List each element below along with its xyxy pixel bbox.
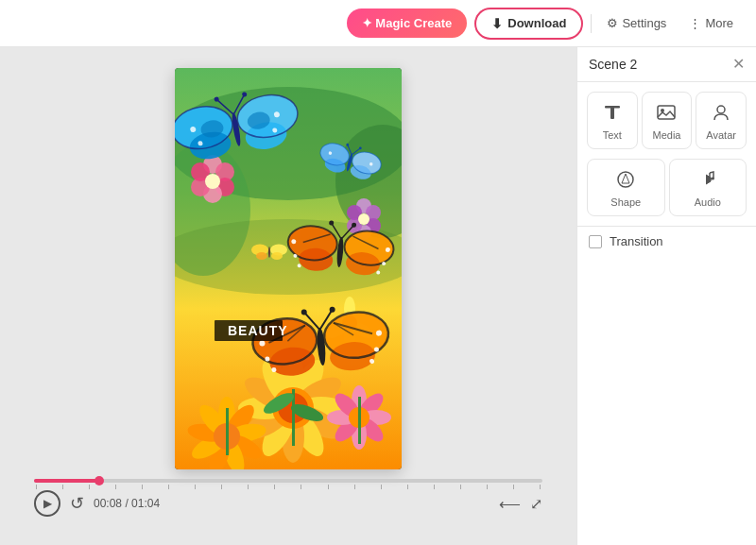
- fullscreen-button[interactable]: ⤢: [530, 495, 542, 513]
- avatar-icon: [711, 102, 731, 126]
- tick: [460, 485, 461, 489]
- tick: [301, 485, 301, 489]
- total-time: 01:04: [131, 497, 160, 510]
- video-scene: BEAUTY: [175, 68, 402, 469]
- share-button[interactable]: ⟵: [499, 495, 521, 513]
- tick: [248, 485, 249, 489]
- more-icon: ⋮: [689, 16, 701, 30]
- current-time: 00:08: [94, 497, 122, 510]
- svg-rect-143: [658, 106, 675, 119]
- tick: [540, 485, 541, 489]
- tool-avatar[interactable]: Avatar: [696, 92, 747, 149]
- playback-area: ▶ ↺ 00:08 / 01:04 ⟵ ⤢: [19, 469, 558, 524]
- divider: [591, 14, 592, 33]
- replay-button[interactable]: ↺: [70, 493, 84, 514]
- tool-grid-row1: Text Media: [577, 82, 756, 159]
- progress-bar[interactable]: [34, 479, 542, 483]
- tool-media[interactable]: Media: [642, 92, 693, 149]
- magic-create-button[interactable]: ✦ Magic Create: [347, 9, 468, 38]
- more-button[interactable]: ⋮ More: [681, 10, 741, 36]
- svg-point-138: [268, 247, 270, 258]
- shape-label: Shape: [610, 196, 641, 208]
- svg-point-147: [706, 179, 711, 181]
- svg-rect-142: [610, 106, 614, 119]
- tick-marks: [34, 485, 542, 489]
- playback-left: ▶ ↺ 00:08 / 01:04: [34, 490, 160, 517]
- svg-text:BEAUTY: BEAUTY: [228, 323, 288, 338]
- tick: [407, 485, 408, 489]
- time-display: 00:08 / 01:04: [94, 497, 160, 510]
- download-button[interactable]: ⬇ Download: [474, 8, 583, 40]
- shape-icon: [615, 169, 636, 193]
- tick: [195, 485, 196, 489]
- svg-point-145: [717, 106, 725, 113]
- svg-rect-53: [226, 408, 229, 455]
- tool-shape[interactable]: Shape: [587, 159, 665, 216]
- svg-point-137: [271, 252, 283, 260]
- svg-point-148: [711, 178, 714, 180]
- transition-row: Transition: [577, 226, 756, 256]
- tick: [89, 485, 90, 489]
- tick: [328, 485, 329, 489]
- settings-label: Settings: [622, 16, 666, 30]
- text-label: Text: [603, 129, 622, 141]
- panel-header: Scene 2 ✕: [577, 47, 756, 82]
- panel-title: Scene 2: [589, 57, 637, 72]
- tick: [115, 485, 116, 489]
- canvas-area: BEAUTY: [0, 47, 576, 545]
- tick: [168, 485, 169, 489]
- tick: [36, 485, 37, 489]
- tick: [381, 485, 382, 489]
- tick: [487, 485, 488, 489]
- main-area: BEAUTY: [0, 47, 756, 545]
- settings-icon: ⚙: [607, 16, 618, 30]
- tick: [142, 485, 143, 489]
- playback-controls: ▶ ↺ 00:08 / 01:04 ⟵ ⤢: [34, 490, 542, 517]
- text-icon: [602, 102, 623, 126]
- tick: [434, 485, 435, 489]
- media-label: Media: [653, 129, 681, 141]
- right-panel: Scene 2 ✕ Text: [576, 47, 756, 545]
- more-label: More: [705, 16, 733, 30]
- video-canvas[interactable]: BEAUTY: [175, 68, 402, 469]
- progress-fill: [34, 479, 100, 483]
- avatar-label: Avatar: [706, 129, 736, 141]
- download-label: Download: [507, 16, 566, 30]
- transition-checkbox[interactable]: [589, 235, 602, 248]
- playback-right: ⟵ ⤢: [499, 495, 542, 513]
- tick: [221, 485, 222, 489]
- transition-label: Transition: [610, 234, 663, 248]
- audio-label: Audio: [695, 196, 721, 208]
- svg-point-11: [205, 174, 220, 189]
- svg-point-135: [256, 252, 267, 260]
- media-icon: [656, 102, 677, 126]
- tick: [62, 485, 63, 489]
- svg-point-18: [358, 213, 369, 225]
- tick: [274, 485, 275, 489]
- close-panel-button[interactable]: ✕: [732, 57, 745, 72]
- download-icon: ⬇: [491, 16, 503, 31]
- tool-audio[interactable]: Audio: [669, 159, 747, 216]
- toolbar: ✦ Magic Create ⬇ Download ⚙ Settings ⋮ M…: [0, 0, 756, 47]
- settings-button[interactable]: ⚙ Settings: [599, 10, 674, 36]
- tick: [354, 485, 355, 489]
- audio-icon: [697, 169, 718, 193]
- tool-grid-row2: Shape Audio: [577, 159, 756, 226]
- tick: [513, 485, 514, 489]
- play-button[interactable]: ▶: [34, 490, 60, 517]
- tool-text[interactable]: Text: [587, 92, 638, 149]
- svg-rect-54: [358, 397, 361, 444]
